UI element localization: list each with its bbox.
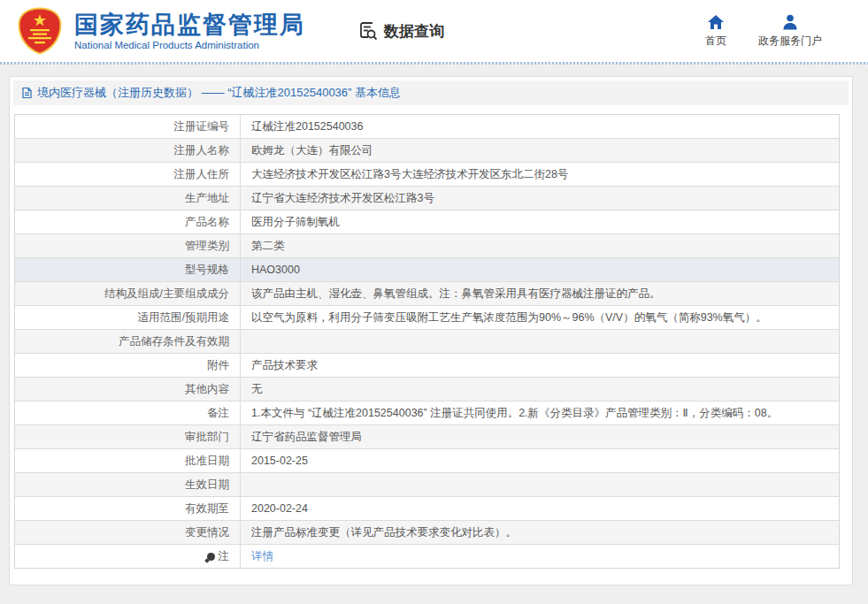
row-value: 详情 bbox=[241, 545, 839, 568]
row-label: 附件 bbox=[15, 354, 241, 377]
row-value: 辽宁省大连经济技术开发区松江路3号 bbox=[241, 187, 839, 210]
row-label: 批准日期 bbox=[15, 449, 241, 472]
table-row: 注册人名称欧姆龙（大连）有限公司 bbox=[15, 139, 839, 163]
table-row: 审批部门辽宁省药品监督管理局 bbox=[15, 425, 839, 449]
main-area: 境内医疗器械（注册历史数据） —— “辽械注准20152540036” 基本信息… bbox=[0, 65, 868, 604]
row-value: 2020-02-24 bbox=[241, 497, 839, 520]
breadcrumb: 境内医疗器械（注册历史数据） —— “辽械注准20152540036” 基本信息 bbox=[13, 80, 849, 105]
nav-portal-label: 政务服务门户 bbox=[758, 34, 822, 49]
row-value: 大连经济技术开发区松江路3号大连经济技术开发区东北二街28号 bbox=[241, 163, 839, 186]
nav-portal[interactable]: 政务服务门户 bbox=[758, 14, 822, 49]
row-label: 注册证编号 bbox=[15, 115, 241, 138]
row-value: 以空气为原料，利用分子筛变压吸附工艺生产氧浓度范围为90%～96%（V/V）的氧… bbox=[241, 306, 839, 329]
content-panel: 境内医疗器械（注册历史数据） —— “辽械注准20152540036” 基本信息… bbox=[9, 76, 853, 585]
table-row: 备注1.本文件与 “辽械注准20152540036” 注册证共同使用。2.新《分… bbox=[15, 401, 839, 425]
table-row: 注册人住所大连经济技术开发区松江路3号大连经济技术开发区东北二街28号 bbox=[15, 163, 839, 187]
table-row: 生产地址辽宁省大连经济技术开发区松江路3号 bbox=[15, 187, 839, 210]
row-label: 产品储存条件及有效期 bbox=[15, 330, 241, 353]
row-label: 产品名称 bbox=[15, 210, 241, 233]
row-label: 注册人名称 bbox=[15, 139, 241, 162]
row-label: 结构及组成/主要组成成分 bbox=[15, 282, 241, 305]
table-row: 变更情况注册产品标准变更（详见产品技术要求变化对比表）。 bbox=[15, 521, 839, 545]
row-value: 第二类 bbox=[241, 234, 839, 257]
document-icon bbox=[20, 87, 33, 99]
table-row: 批准日期2015-02-25 bbox=[15, 449, 839, 473]
row-value: 产品技术要求 bbox=[241, 354, 839, 377]
row-label: 型号规格 bbox=[15, 258, 241, 281]
home-icon bbox=[707, 14, 725, 30]
table-row: 适用范围/预期用途以空气为原料，利用分子筛变压吸附工艺生产氧浓度范围为90%～9… bbox=[15, 306, 839, 330]
table-row: 注详情 bbox=[15, 545, 839, 568]
row-label: 生产地址 bbox=[15, 187, 241, 210]
nav-home[interactable]: 首页 bbox=[705, 14, 726, 49]
org-name-en: National Medical Products Administration bbox=[74, 40, 305, 50]
data-query-icon bbox=[357, 19, 380, 42]
user-icon bbox=[781, 14, 799, 30]
org-name-zh: 国家药品监督管理局 bbox=[74, 11, 305, 38]
breadcrumb-text: 境内医疗器械（注册历史数据） —— “辽械注准20152540036” 基本信息 bbox=[37, 80, 401, 105]
nav-home-label: 首页 bbox=[705, 34, 726, 49]
row-value: 欧姆龙（大连）有限公司 bbox=[241, 139, 839, 162]
row-label: 适用范围/预期用途 bbox=[15, 306, 241, 329]
row-value: 医用分子筛制氧机 bbox=[241, 210, 839, 233]
info-table: 注册证编号辽械注准20152540036注册人名称欧姆龙（大连）有限公司注册人住… bbox=[14, 114, 840, 569]
brand-text: 国家药品监督管理局 National Medical Products Admi… bbox=[74, 11, 305, 50]
row-label: 管理类别 bbox=[15, 234, 241, 257]
row-value: 1.本文件与 “辽械注准20152540036” 注册证共同使用。2.新《分类目… bbox=[241, 401, 839, 424]
row-value bbox=[241, 473, 839, 496]
table-row: 管理类别第二类 bbox=[15, 234, 839, 258]
row-value: 该产品由主机、湿化壶、鼻氧管组成。注：鼻氧管采用具有医疗器械注册证的产品。 bbox=[241, 282, 839, 305]
row-value bbox=[241, 330, 839, 353]
data-query-section[interactable]: 数据查询 bbox=[357, 19, 444, 42]
brand[interactable]: 国家药品监督管理局 National Medical Products Admi… bbox=[16, 7, 305, 55]
table-row: 产品名称医用分子筛制氧机 bbox=[15, 210, 839, 234]
emblem-logo bbox=[16, 7, 64, 55]
row-label: 其他内容 bbox=[15, 378, 241, 401]
row-label: 注册人住所 bbox=[15, 163, 241, 186]
row-label: 生效日期 bbox=[15, 473, 241, 496]
bulb-icon bbox=[207, 553, 215, 561]
table-row: 附件产品技术要求 bbox=[15, 354, 839, 378]
row-label: 备注 bbox=[15, 401, 241, 424]
data-query-label: 数据查询 bbox=[384, 21, 444, 42]
header-nav: 首页 政务服务门户 bbox=[705, 14, 822, 49]
row-label: 注 bbox=[15, 545, 241, 568]
row-value: 辽宁省药品监督管理局 bbox=[241, 425, 839, 448]
row-value: 无 bbox=[241, 378, 839, 401]
row-value: 2015-02-25 bbox=[241, 449, 839, 472]
table-row: 有效期至2020-02-24 bbox=[15, 497, 839, 521]
row-value: 辽械注准20152540036 bbox=[241, 115, 839, 138]
table-row: 生效日期 bbox=[15, 473, 839, 497]
table-row: 产品储存条件及有效期 bbox=[15, 330, 839, 354]
row-label: 变更情况 bbox=[15, 521, 241, 544]
row-value: 注册产品标准变更（详见产品技术要求变化对比表）。 bbox=[241, 521, 839, 544]
header: 国家药品监督管理局 National Medical Products Admi… bbox=[0, 0, 868, 62]
row-label: 有效期至 bbox=[15, 497, 241, 520]
row-label: 审批部门 bbox=[15, 425, 241, 448]
detail-link[interactable]: 详情 bbox=[251, 550, 273, 562]
table-row: 结构及组成/主要组成成分该产品由主机、湿化壶、鼻氧管组成。注：鼻氧管采用具有医疗… bbox=[15, 282, 839, 306]
table-row: 其他内容无 bbox=[15, 378, 839, 401]
row-value: HAO3000 bbox=[241, 258, 839, 281]
table-row: 型号规格HAO3000 bbox=[15, 258, 839, 282]
table-row: 注册证编号辽械注准20152540036 bbox=[15, 115, 839, 139]
